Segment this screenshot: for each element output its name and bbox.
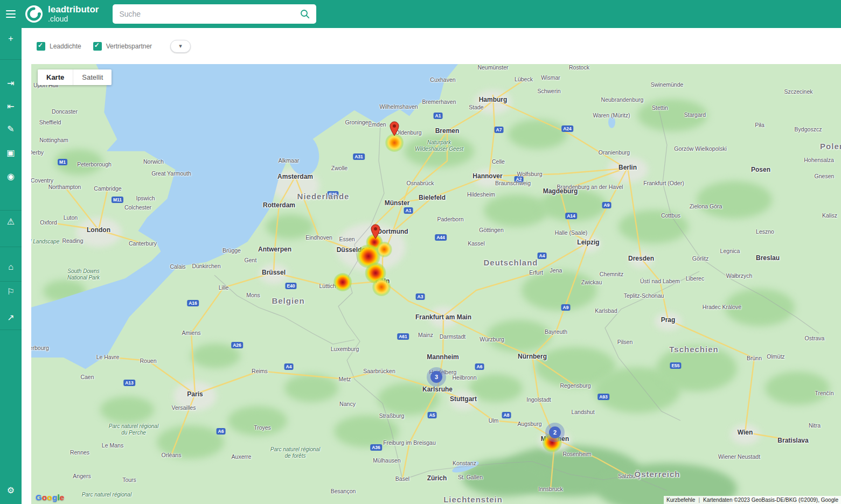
map-label-town: Saarbrücken: [363, 368, 395, 374]
road-shield: A24: [561, 125, 573, 132]
sidebar-item-trend[interactable]: ↗: [0, 307, 22, 327]
road-shield: A1: [404, 207, 413, 214]
map-route-icon: ⚐: [7, 286, 15, 297]
sidebar-item-settings[interactable]: ⚙: [0, 480, 22, 500]
search-bar: [113, 4, 316, 24]
map-label-town: Cottbus: [661, 212, 680, 219]
sidebar-item-preview[interactable]: ◉: [0, 166, 22, 186]
map-label-town: Gorzów Wielkopolski: [674, 145, 726, 152]
map-label-city: Bremen: [435, 127, 460, 135]
hamburger-menu-icon[interactable]: [0, 0, 22, 28]
sidebar-item-sign-out[interactable]: ⇤: [0, 96, 22, 116]
map-label-town: Szczecinek: [784, 88, 812, 95]
forest-patch: [469, 374, 523, 402]
map-label-town: St. Gallen: [458, 474, 483, 480]
map-label-town: Celle: [492, 158, 505, 165]
road-shield: M11: [112, 197, 123, 203]
map-label-town: Norwich: [143, 158, 164, 165]
sidebar-item-archive[interactable]: ▣: [0, 143, 22, 162]
map-type-button-satellite[interactable]: Satellit: [73, 69, 112, 85]
map-marker-pin[interactable]: [371, 224, 380, 241]
google-logo[interactable]: Google: [36, 493, 65, 502]
map-type-button-map[interactable]: Karte: [38, 69, 73, 85]
map-label-town: Liberec: [686, 275, 704, 282]
sidebar-item-map-route[interactable]: ⚐: [0, 282, 22, 301]
map-label-town: Caen: [80, 374, 94, 380]
map-label-town: Brügge: [223, 247, 241, 254]
attribution-separator: |: [698, 497, 700, 503]
sidebar-item-alert[interactable]: ⚠: [0, 212, 22, 231]
map-label-town: Cherbourg: [31, 345, 49, 351]
sign-out-icon: ⇤: [7, 101, 14, 111]
map-label-town: Le Mans: [102, 442, 123, 449]
map-label-town: Basel: [395, 475, 409, 482]
map-label-town: Sheffield: [39, 119, 61, 125]
map-attribution: Kurzbefehle | Kartendaten ©2023 GeoBasis…: [664, 496, 841, 504]
search-input[interactable]: [119, 10, 300, 18]
road-shield: A5: [428, 412, 437, 418]
map-label-town: Calais: [170, 263, 185, 270]
map-label-town: Derby: [31, 149, 44, 156]
road-shield: A61: [397, 333, 409, 340]
map-label-town: Osnabrück: [407, 180, 434, 186]
map-label-town: Schwerin: [537, 88, 560, 94]
map-label-park: Parc naturel régional du Perche: [108, 423, 159, 436]
expand-filters-button[interactable]: ▾: [170, 40, 191, 53]
map-label-town: Bydgoszcz: [795, 126, 822, 132]
map-marker-pin[interactable]: [390, 121, 399, 138]
forest-patch: [100, 396, 154, 423]
map-label-town: Rennes: [70, 449, 89, 456]
map-label-town: Würzburg: [479, 336, 504, 342]
pin-icon: [390, 121, 399, 136]
sidebar-item-bank[interactable]: ⌂: [0, 257, 22, 277]
map-label-town: Coventry: [31, 177, 53, 184]
map-label-town: Nottingham: [39, 137, 68, 143]
sidebar-divider: [0, 59, 22, 60]
map-label-town: Le Havre: [96, 354, 120, 360]
road-shield: A14: [565, 213, 577, 219]
map-label-town: Auxerre: [232, 453, 252, 460]
search-icon[interactable]: [300, 9, 310, 19]
cluster-marker[interactable]: 3: [427, 367, 446, 387]
checkbox-vertriebspartner[interactable]: [93, 42, 102, 51]
map-label-town: Lille: [219, 284, 229, 291]
cluster-marker[interactable]: 2: [545, 423, 565, 442]
heatmap-spot: [333, 273, 352, 291]
map-label-country: Tschechien: [669, 345, 718, 354]
filter-leaddichte[interactable]: Leaddichte: [37, 42, 81, 51]
map-label-town: Wiener Neustadt: [718, 453, 760, 460]
map-label-town: Brünn: [747, 355, 762, 361]
sidebar-item-add[interactable]: +: [0, 29, 22, 48]
sidebar-item-sign-in[interactable]: ⇥: [0, 73, 22, 93]
map-label-town: Regensburg: [560, 382, 590, 389]
map-label-town: Mons: [246, 292, 260, 298]
map-label-town: Zwolle: [331, 165, 347, 171]
map-label-town: Ostrava: [805, 335, 825, 341]
road-shield: A7: [495, 127, 504, 133]
edit-icon: ✎: [7, 124, 14, 134]
cluster-count: 3: [430, 371, 442, 383]
app-logo: leadtributor .cloud: [25, 5, 99, 23]
map-label-town: Oranienburg: [599, 149, 630, 156]
map-label-town: Trenčín: [815, 390, 833, 396]
preview-icon: ◉: [7, 171, 15, 181]
archive-icon: ▣: [6, 148, 15, 158]
road-shield: A31: [353, 153, 365, 160]
map-canvas[interactable]: Karte Satellit Google Kurzbefehle | Kart…: [31, 64, 841, 504]
map-label-city: London: [87, 226, 110, 234]
road-shield: A8: [502, 412, 511, 418]
road-shield: A16: [187, 300, 199, 306]
map-label-town: Besançon: [331, 488, 356, 494]
map-label-country: Polen: [820, 142, 841, 151]
map-label-city: Dresden: [628, 255, 654, 262]
filter-vertriebspartner[interactable]: Vertriebspartner: [93, 42, 152, 51]
sidebar-divider: [0, 210, 22, 211]
shortcuts-link[interactable]: Kurzbefehle: [666, 497, 695, 503]
sidebar-item-edit[interactable]: ✎: [0, 119, 22, 138]
map-label-city: Bielefeld: [419, 194, 446, 201]
map-label-town: Olmütz: [767, 353, 784, 360]
map-label-town: Mainz: [418, 332, 433, 338]
checkbox-leaddichte[interactable]: [37, 42, 45, 51]
road-shield: A26: [231, 342, 243, 348]
road-shield: A9: [602, 202, 611, 208]
